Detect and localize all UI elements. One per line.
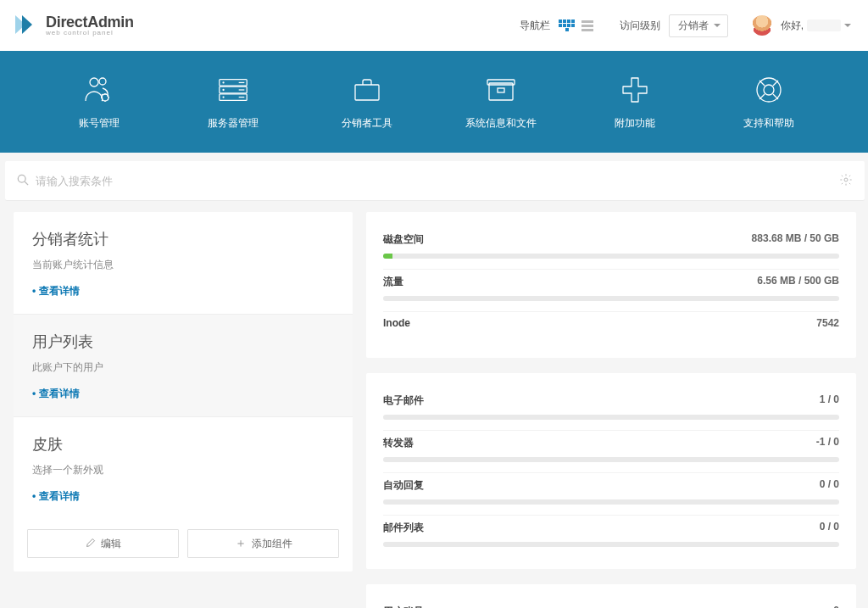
stat-row: Inode7542 xyxy=(383,312,839,346)
progress-bar xyxy=(383,457,839,462)
users-gear-icon xyxy=(82,74,116,106)
card-link[interactable]: • 查看详情 xyxy=(32,284,334,298)
nav-label: 账号管理 xyxy=(79,116,120,131)
stat-label: 转发器 xyxy=(383,436,414,450)
lifebuoy-icon xyxy=(752,74,786,106)
svg-point-2 xyxy=(102,94,108,101)
progress-bar xyxy=(383,542,839,547)
svg-rect-13 xyxy=(489,83,513,100)
stat-label: 自动回复 xyxy=(383,478,424,493)
stat-panel: 用户账号0FTP账号1域名1 xyxy=(366,584,856,608)
svg-point-10 xyxy=(222,96,224,98)
nav-layout-label: 导航栏 xyxy=(520,19,550,33)
username: ▇▇▇▇ xyxy=(807,20,841,31)
stat-row: 流量6.56 MB / 500 GB xyxy=(383,270,839,312)
card-link[interactable]: • 查看详情 xyxy=(32,489,334,504)
add-widget-button[interactable]: ＋ 添加组件 xyxy=(187,529,339,558)
stat-panel: 磁盘空间883.68 MB / 50 GB流量6.56 MB / 500 GBI… xyxy=(366,212,856,358)
svg-line-20 xyxy=(760,94,765,99)
stat-value: 883.68 MB / 50 GB xyxy=(752,232,839,247)
nav-label: 分销者工具 xyxy=(342,116,392,131)
nav-reseller-tools[interactable]: 分销者工具 xyxy=(300,51,434,153)
access-level-label: 访问级别 xyxy=(620,19,660,33)
card-link[interactable]: • 查看详情 xyxy=(32,387,334,401)
nav-label: 附加功能 xyxy=(615,116,655,131)
card-desc: 选择一个新外观 xyxy=(32,463,334,477)
edit-widgets-button[interactable]: 编辑 xyxy=(27,529,179,558)
stat-label: 流量 xyxy=(383,275,403,289)
plus-small-icon: ＋ xyxy=(235,536,247,551)
briefcase-icon xyxy=(350,74,384,106)
svg-rect-15 xyxy=(498,88,504,92)
svg-point-17 xyxy=(764,85,774,95)
card-title: 用户列表 xyxy=(32,332,334,352)
list-view-icon[interactable] xyxy=(579,19,596,32)
nav-label: 服务器管理 xyxy=(208,116,259,131)
pencil-icon xyxy=(86,538,96,550)
card-title: 皮肤 xyxy=(32,434,334,455)
search-icon xyxy=(17,174,29,188)
stat-value: -1 / 0 xyxy=(816,436,839,450)
svg-rect-12 xyxy=(355,85,379,100)
svg-line-21 xyxy=(773,94,778,99)
stats-column: 磁盘空间883.68 MB / 50 GB流量6.56 MB / 500 GBI… xyxy=(366,212,856,608)
greeting-label: 你好, xyxy=(781,19,804,33)
stat-value: 6.56 MB / 500 GB xyxy=(757,275,839,289)
card-desc: 此账户下的用户 xyxy=(32,360,334,375)
stat-label: Inode xyxy=(383,317,410,329)
top-header: DirectAdmin web control panel 导航栏 访问级别 分… xyxy=(0,0,868,51)
button-label: 添加组件 xyxy=(252,537,292,551)
server-icon xyxy=(216,74,250,106)
archive-icon xyxy=(484,74,518,106)
svg-point-24 xyxy=(844,178,848,181)
brand-logo[interactable]: DirectAdmin web control panel xyxy=(14,12,134,40)
stat-row: 磁盘空间883.68 MB / 50 GB xyxy=(383,227,839,270)
nav-accounts[interactable]: 账号管理 xyxy=(32,51,166,153)
svg-point-4 xyxy=(222,81,224,83)
avatar-icon[interactable] xyxy=(752,15,772,36)
stat-panel: 电子邮件1 / 0转发器-1 / 0自动回复0 / 0邮件列表0 / 0 xyxy=(366,373,856,569)
progress-bar xyxy=(383,499,839,505)
svg-point-1 xyxy=(99,78,106,85)
nav-extras[interactable]: 附加功能 xyxy=(568,51,702,153)
card-reseller-stats[interactable]: 分销者统计 当前账户统计信息 • 查看详情 xyxy=(14,212,353,315)
stat-label: 邮件列表 xyxy=(383,521,424,535)
stat-value: 0 / 0 xyxy=(820,521,839,535)
svg-point-22 xyxy=(18,175,25,182)
stat-row: 邮件列表0 / 0 xyxy=(383,516,839,557)
grid-view-icon[interactable] xyxy=(559,19,576,32)
card-title: 分销者统计 xyxy=(32,229,334,249)
role-select-value: 分销者 xyxy=(678,20,709,31)
plus-icon xyxy=(618,74,652,106)
progress-bar xyxy=(383,296,839,301)
nav-view-section: 导航栏 xyxy=(520,19,596,33)
button-label: 编辑 xyxy=(101,537,121,551)
svg-line-18 xyxy=(760,81,765,86)
stat-value: 0 / 0 xyxy=(820,478,839,493)
search-settings-icon[interactable] xyxy=(839,173,853,189)
stat-row: 电子邮件1 / 0 xyxy=(383,388,839,431)
card-skins[interactable]: 皮肤 选择一个新外观 • 查看详情 xyxy=(14,417,353,519)
card-user-list[interactable]: 用户列表 此账户下的用户 • 查看详情 xyxy=(14,315,353,417)
search-input[interactable] xyxy=(36,175,832,187)
stat-value: 1 / 0 xyxy=(820,393,839,408)
stat-row: 用户账号0 xyxy=(383,600,839,608)
role-select[interactable]: 分销者 xyxy=(669,14,728,37)
stat-value: 7542 xyxy=(816,317,839,329)
search-bar xyxy=(5,161,865,200)
stat-row: 自动回复0 / 0 xyxy=(383,473,839,516)
nav-support[interactable]: 支持和帮助 xyxy=(702,51,836,153)
nav-server[interactable]: 服务器管理 xyxy=(166,51,300,153)
brand-name: DirectAdmin xyxy=(46,14,134,30)
progress-bar xyxy=(383,415,839,420)
user-menu[interactable]: 你好, ▇▇▇▇ xyxy=(781,19,851,33)
nav-system-info[interactable]: 系统信息和文件 xyxy=(434,51,568,153)
user-section: 你好, ▇▇▇▇ xyxy=(752,15,851,36)
logo-chevrons-icon xyxy=(14,12,39,40)
stat-label: 用户账号 xyxy=(383,605,424,608)
stat-value: 0 xyxy=(833,605,839,608)
stat-row: 转发器-1 / 0 xyxy=(383,431,839,473)
stat-label: 电子邮件 xyxy=(383,393,424,408)
nav-label: 系统信息和文件 xyxy=(465,116,537,131)
brand-subtitle: web control panel xyxy=(46,30,134,36)
